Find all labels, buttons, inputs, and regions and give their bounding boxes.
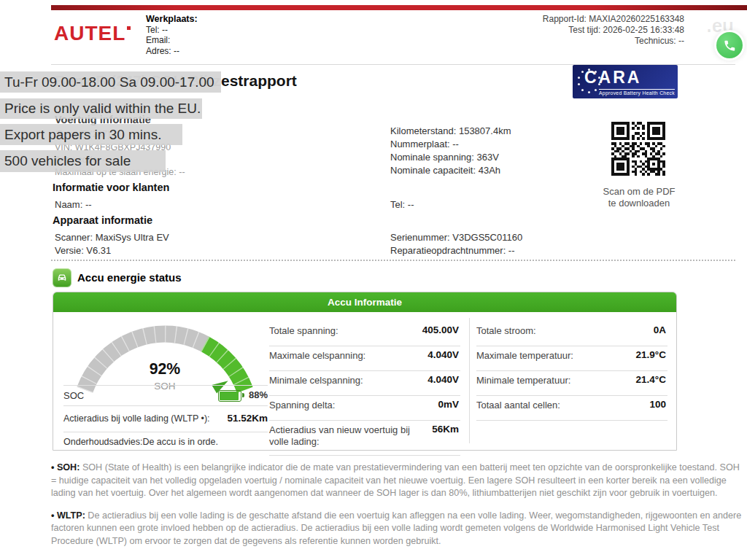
- stat-row: Totaal aantal cellen: 100: [476, 396, 667, 421]
- footnote-soh-text: SOH (State of Health) is een belangrijke…: [51, 462, 740, 498]
- car-glyph: [55, 271, 69, 284]
- customer-naam: Naam: --: [55, 198, 92, 211]
- qr-caption: Scan om de PDF te downloaden: [592, 186, 686, 209]
- battery-level-icon: [218, 390, 241, 402]
- soh-value: 92%: [150, 360, 181, 377]
- overlay-line4-text: 500 vehicles for sale: [4, 153, 131, 169]
- stat-row: Maximale temperatuur: 21.9°C: [476, 346, 667, 371]
- stat-value: 56Km: [432, 424, 459, 435]
- range-row: Actieradius bij volle lading (WLTP •): 5…: [63, 405, 268, 432]
- vehicle-nominale-spanning: Nominale spanning: 363V: [390, 151, 499, 164]
- cara-name: CARA: [584, 68, 641, 88]
- soh-gauge: 92% SOH: [59, 314, 271, 394]
- qr-code-image: [611, 122, 665, 176]
- page-title-visible: estrapport: [221, 72, 297, 89]
- footnote-soh-term: • SOH:: [51, 462, 80, 472]
- card-column-2: Totale spanning: 405.00V Maximale celspa…: [269, 322, 460, 456]
- stat-value: 0mV: [438, 399, 459, 410]
- overlay-line3-text: Export papers in 30 mins.: [4, 127, 161, 143]
- stat-value: 0A: [654, 324, 666, 335]
- overlay-vehicles-note: 500 vehicles for sale: [0, 150, 166, 172]
- footnote-wltp-term: • WLTP:: [51, 510, 85, 521]
- device-reparatie: Reparatieopdrachtnummer: --: [390, 244, 515, 257]
- device-serienummer: Serienummer: V3DGS5C01160: [390, 231, 522, 244]
- cara-star: [578, 83, 580, 85]
- autel-trademark-dot: [127, 26, 131, 30]
- qr-caption-line1: Scan om de PDF: [592, 186, 686, 198]
- footnote-wltp-text: De actieradius bij een volle lading is d…: [51, 510, 741, 546]
- column-divider: [469, 318, 470, 443]
- workshop-adres: Adres: --: [146, 46, 198, 57]
- cara-star: [578, 77, 580, 79]
- stat-label: Totaal aantal cellen:: [476, 400, 619, 411]
- stat-value: 405.00V: [422, 324, 459, 335]
- technicus: Technicus: --: [543, 36, 684, 47]
- cara-star: [595, 89, 597, 91]
- device-heading: Apparaat informatie: [53, 214, 152, 226]
- top-red-bar: [51, 5, 747, 10]
- stat-row: Minimale temperatuur: 21.4°C: [476, 371, 667, 396]
- phone-icon: [723, 39, 737, 52]
- overlay-price-note: Price is only valid within the EU.: [0, 98, 202, 119]
- autel-logo: AUTEL: [54, 22, 131, 45]
- stat-row: Minimale celspanning: 4.040V: [269, 371, 460, 396]
- customer-tel: Tel: --: [390, 198, 414, 211]
- device-versie: Versie: V6.31: [55, 244, 111, 257]
- stat-value: 4.040V: [427, 349, 459, 360]
- qr-caption-line2: te downloaden: [592, 198, 686, 209]
- autel-logo-text: AUTEL: [54, 22, 125, 44]
- ev-car-icon: [53, 268, 71, 287]
- stat-label: Maximale temperatuur:: [476, 350, 619, 362]
- stat-label: Spanning delta:: [269, 400, 411, 411]
- overlay-line1-text: Tu-Fr 09.00-18.00 Sa 09.00-17.00: [4, 74, 214, 90]
- vehicle-nummerplaat: Nummerplaat: --: [390, 138, 459, 151]
- stat-value: 100: [649, 399, 666, 410]
- footnote-soh: • SOH: SOH (State of Health) is een bela…: [51, 462, 743, 500]
- overlay-line2-text: Price is only valid within the EU.: [4, 101, 201, 117]
- cara-logo: CARA Approved Battery Health Check: [573, 65, 678, 98]
- soc-right: 88%: [218, 389, 268, 402]
- overlay-opening-hours: Tu-Fr 09.00-18.00 Sa 09.00-17.00: [0, 71, 221, 93]
- cara-star: [581, 89, 584, 91]
- stat-value: 21.4°C: [636, 374, 666, 385]
- whatsapp-button[interactable]: [716, 32, 743, 58]
- card-column-3: Totale stroom: 0A Maximale temperatuur: …: [476, 322, 667, 421]
- footnotes: • SOH: SOH (State of Health) is een bela…: [51, 462, 743, 558]
- workshop-tel: Tel: --: [146, 25, 198, 36]
- card-body: 92% SOH SOC 88% Actieradius bij volle la…: [53, 312, 676, 450]
- footnote-wltp: • WLTP: De actieradius bij een volle lad…: [51, 510, 743, 548]
- device-scanner: Scanner: MaxiSys Ultra EV: [55, 231, 169, 244]
- report-meta: Rapport-Id: MAXIA20260225163348 Test tij…: [543, 14, 684, 47]
- maintenance-advice: Onderhoudsadvies:De accu is in orde.: [63, 437, 218, 447]
- stat-value: 21.9°C: [636, 349, 666, 360]
- vehicle-kilometerstand: Kilometerstand: 153807.4km: [390, 125, 511, 138]
- stat-label: Actieradius van nieuw voertuig bij volle…: [269, 424, 411, 448]
- cara-tagline: Approved Battery Health Check: [599, 89, 675, 96]
- range-label: Actieradius bij volle lading (WLTP •):: [63, 413, 210, 424]
- workshop-email: Email:: [146, 35, 198, 46]
- workshop-info: Werkplaats: Tel: -- Email: Adres: --: [146, 14, 198, 56]
- stat-row: Spanning delta: 0mV: [269, 396, 460, 421]
- rapport-id: Rapport-Id: MAXIA20260225163348: [543, 14, 684, 25]
- cara-star: [581, 71, 584, 73]
- workshop-label: Werkplaats:: [146, 14, 198, 25]
- card-title: Accu Informatie: [53, 292, 676, 312]
- stat-label: Totale spanning:: [269, 325, 411, 337]
- stat-row: Maximale celspanning: 4.040V: [269, 346, 460, 371]
- dotted-divider: [51, 260, 735, 261]
- stat-row: Totale stroom: 0A: [476, 322, 667, 346]
- range-value: 51.52Km: [227, 413, 268, 424]
- stat-label: Totale stroom:: [476, 325, 619, 337]
- stat-label: Maximale celspanning:: [269, 350, 411, 362]
- report-page: AUTEL Werkplaats: Tel: -- Email: Adres: …: [0, 0, 747, 560]
- vehicle-nominale-capaciteit: Nominale capaciteit: 43Ah: [390, 164, 500, 177]
- test-tijd: Test tijd: 2026-02-25 16:33:48: [543, 25, 684, 36]
- soc-value: 88%: [249, 389, 268, 400]
- customers-heading: Informatie voor klanten: [53, 182, 169, 193]
- overlay-export-note: Export papers in 30 mins.: [0, 124, 182, 145]
- soc-label: SOC: [63, 390, 84, 401]
- soc-row: SOC 88%: [63, 385, 268, 406]
- stat-label: Minimale temperatuur:: [476, 375, 619, 386]
- qr-code: [611, 122, 665, 176]
- stat-label: Minimale celspanning:: [269, 375, 411, 386]
